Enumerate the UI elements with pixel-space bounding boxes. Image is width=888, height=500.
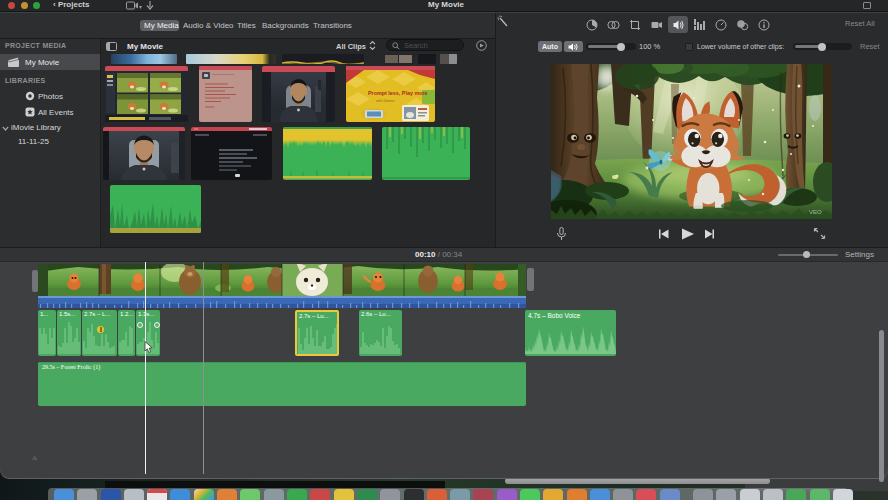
svg-text:VEO: VEO (809, 209, 822, 215)
svg-text:Prompt less, Play more: Prompt less, Play more (368, 90, 428, 96)
svg-text:with Gemini: with Gemini (376, 99, 395, 103)
